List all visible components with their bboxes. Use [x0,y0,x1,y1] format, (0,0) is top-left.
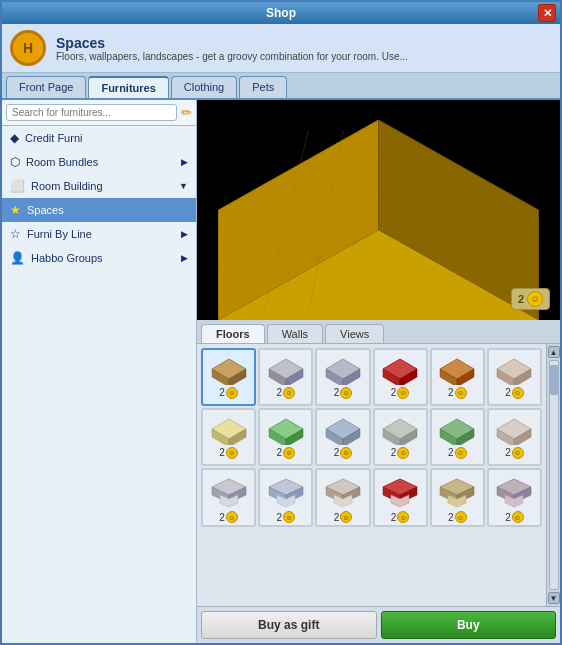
price-coin-icon: ☺ [397,447,409,459]
list-item[interactable]: 2 ☺ [487,348,542,406]
list-item[interactable]: 2 ☺ [430,348,485,406]
scroll-track[interactable] [549,360,559,590]
price-value: 2 [448,387,454,398]
item-price: 2 ☺ [448,387,467,399]
list-item[interactable]: 2 ☺ [430,408,485,466]
sidebar: ✏ ◆ Credit Furni ⬡ Room Bundles ▶ ⬜ Room… [2,100,197,643]
sidebar-item-label: Spaces [27,204,64,216]
tab-furnitures[interactable]: Furnitures [88,76,168,98]
list-item[interactable]: 2 ☺ [315,348,370,406]
price-coin-icon: ☺ [512,511,524,523]
sidebar-item-label: Furni By Line [27,228,92,240]
star-outline-icon: ☆ [10,227,21,241]
sidebar-item-label: Credit Furni [25,132,82,144]
cat-tab-views[interactable]: Views [325,324,384,343]
shop-window: Shop ✕ H Spaces Floors, wallpapers, land… [0,0,562,645]
sidebar-item-label: Habbo Groups [31,252,103,264]
tab-front-page[interactable]: Front Page [6,76,86,98]
sidebar-item-spaces[interactable]: ★ Spaces [2,198,196,222]
price-value: 2 [391,512,397,523]
main-content: ✏ ◆ Credit Furni ⬡ Room Bundles ▶ ⬜ Room… [2,100,560,643]
coin-smiley-icon: ☺ [527,291,543,307]
cat-tab-floors[interactable]: Floors [201,324,265,343]
list-item[interactable]: 2 ☺ [201,408,256,466]
shop-subtitle: Floors, wallpapers, landscapes - get a g… [56,51,408,62]
price-value: 2 [505,447,511,458]
edit-icon[interactable]: ✏ [181,105,192,120]
nav-list: ◆ Credit Furni ⬡ Room Bundles ▶ ⬜ Room B… [2,126,196,643]
list-item[interactable]: 2 ☺ [258,408,313,466]
header-area: H Spaces Floors, wallpapers, landscapes … [2,24,560,73]
item-price: 2 ☺ [391,387,410,399]
item-price: 2 ☺ [505,511,524,523]
price-coin-icon: ☺ [512,387,524,399]
list-item[interactable]: 2 ☺ [430,468,485,527]
sidebar-item-room-bundles[interactable]: ⬡ Room Bundles ▶ [2,150,196,174]
arrow-icon: ▶ [181,229,188,239]
sidebar-item-room-building[interactable]: ⬜ Room Building ▼ [2,174,196,198]
sidebar-item-furni-by-line[interactable]: ☆ Furni By Line ▶ [2,222,196,246]
scroll-up-button[interactable]: ▲ [548,346,560,358]
price-value: 2 [334,512,340,523]
price-coin-icon: ☺ [226,447,238,459]
scroll-down-button[interactable]: ▼ [548,592,560,604]
item-price: 2 ☺ [334,447,353,459]
title-bar: Shop ✕ [2,2,560,24]
sidebar-item-habbo-groups[interactable]: 👤 Habbo Groups ▶ [2,246,196,270]
item-price: 2 ☺ [276,387,295,399]
list-item[interactable]: 2 ☺ [201,348,256,406]
close-button[interactable]: ✕ [538,4,556,22]
scroll-thumb[interactable] [550,365,558,395]
price-coin-icon: ☺ [455,511,467,523]
tabs-bar: Front Page Furnitures Clothing Pets [2,73,560,100]
preview-coin-badge: 2 ☺ [511,288,550,310]
logo-coin: H [10,30,46,66]
items-area: 2 ☺ 2 ☺ [197,344,560,606]
price-value: 2 [334,387,340,398]
buy-button[interactable]: Buy [381,611,557,639]
price-value: 2 [276,512,282,523]
item-price: 2 ☺ [505,387,524,399]
star-icon: ★ [10,203,21,217]
price-coin-icon: ☺ [340,511,352,523]
tab-pets[interactable]: Pets [239,76,287,98]
list-item[interactable]: 2 ☺ [373,468,428,527]
list-item[interactable]: 2 ☺ [258,468,313,527]
arrow-icon: ▼ [179,181,188,191]
list-item[interactable]: 2 ☺ [373,408,428,466]
list-item[interactable]: 2 ☺ [201,468,256,527]
items-grid: 2 ☺ 2 ☺ [197,344,546,606]
item-price: 2 ☺ [276,447,295,459]
price-coin-icon: ☺ [455,387,467,399]
list-item[interactable]: 2 ☺ [315,468,370,527]
cat-tab-walls[interactable]: Walls [267,324,323,343]
buy-gift-button[interactable]: Buy as gift [201,611,377,639]
price-value: 2 [276,447,282,458]
price-value: 2 [276,387,282,398]
list-item[interactable]: 2 ☺ [487,468,542,527]
sidebar-item-credit-furni[interactable]: ◆ Credit Furni [2,126,196,150]
tab-clothing[interactable]: Clothing [171,76,237,98]
square-icon: ⬜ [10,179,25,193]
price-value: 2 [505,387,511,398]
list-item[interactable]: 2 ☺ [315,408,370,466]
price-value: 2 [219,512,225,523]
item-price: 2 ☺ [448,511,467,523]
list-item[interactable]: 2 ☺ [487,408,542,466]
price-value: 2 [391,447,397,458]
price-value: 2 [448,447,454,458]
price-value: 2 [219,447,225,458]
price-coin-icon: ☺ [512,447,524,459]
price-coin-icon: ☺ [283,511,295,523]
item-price: 2 ☺ [276,511,295,523]
diamond-icon: ◆ [10,131,19,145]
list-item[interactable]: 2 ☺ [373,348,428,406]
sidebar-item-label: Room Bundles [26,156,98,168]
list-item[interactable]: 2 ☺ [258,348,313,406]
item-price: 2 ☺ [219,447,238,459]
search-input[interactable] [6,104,177,121]
preview-coin-count: 2 [518,293,524,305]
hexagon-icon: ⬡ [10,155,20,169]
price-coin-icon: ☺ [283,387,295,399]
item-price: 2 ☺ [505,447,524,459]
